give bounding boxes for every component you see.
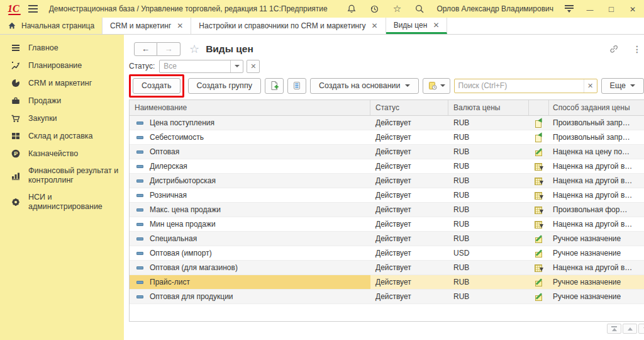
- tab-close-icon[interactable]: [433, 21, 439, 30]
- scroll-first-icon[interactable]: [607, 324, 621, 334]
- method-cell: Произвольная фор…: [549, 203, 644, 217]
- tab-crm-settings[interactable]: Настройки и справочники по CRM и маркети…: [191, 18, 386, 34]
- status-filter-label: Статус:: [129, 62, 155, 71]
- column-header-method[interactable]: Способ задания цены: [549, 100, 644, 115]
- price-type-name: Мин цена продажи: [150, 220, 216, 229]
- window-title: Демонстрационная база / Управление торго…: [49, 4, 328, 13]
- sidebar-item-label: Закупки: [28, 114, 57, 123]
- price-type-name: Оптовая: [150, 147, 179, 156]
- copy-new-button[interactable]: [265, 78, 284, 94]
- create-group-button[interactable]: Создать группу: [188, 78, 261, 94]
- table-row[interactable]: Оптовая для продукции Действует RUB Ручн…: [130, 290, 644, 304]
- method-cell: Наценка на цену по…: [549, 145, 644, 159]
- table-row[interactable]: Дистрибьюторская Действует RUB Наценка н…: [130, 174, 644, 188]
- shopping-cart-icon: [10, 113, 21, 123]
- notifications-bell-icon[interactable]: [346, 3, 357, 14]
- column-header-status[interactable]: Статус: [370, 100, 448, 115]
- method-icon-cell: [529, 232, 549, 246]
- sidebar-item-crm-marketing[interactable]: CRM и маркетинг: [0, 74, 124, 92]
- table-row[interactable]: Оптовая (для магазинов) Действует RUB На…: [130, 261, 644, 275]
- method-icon: [535, 148, 543, 156]
- sidebar-item-finance[interactable]: Финансовый результат и контроллинг: [0, 162, 124, 189]
- table-row[interactable]: Розничная Действует RUB Наценка на друго…: [130, 188, 644, 203]
- column-header-icon[interactable]: [529, 100, 549, 115]
- sidebar-item-main[interactable]: Главное: [0, 39, 124, 57]
- list-settings-button[interactable]: [287, 78, 306, 94]
- table-row[interactable]: Цена поступления Действует RUB Произволь…: [130, 116, 644, 130]
- create-based-on-button[interactable]: Создать на основании: [310, 78, 419, 94]
- price-type-name: Себестоимость: [150, 133, 204, 142]
- add-favorite-star-icon[interactable]: [189, 42, 199, 56]
- sidebar-item-administration[interactable]: НСИ и администрирование: [0, 189, 124, 215]
- history-clock-icon[interactable]: [369, 3, 380, 14]
- table-row[interactable]: Дилерская Действует RUB Наценка на друго…: [130, 159, 644, 174]
- sidebar-item-warehouse[interactable]: Склад и доставка: [0, 127, 124, 145]
- column-header-name[interactable]: Наименование: [130, 100, 370, 115]
- currency-cell: RUB: [448, 203, 529, 217]
- sidebar-item-sales[interactable]: Продажи: [0, 92, 124, 110]
- column-header-currency[interactable]: Валюта цены: [448, 100, 529, 115]
- search-icon[interactable]: [414, 3, 425, 14]
- method-icon-cell: [529, 246, 549, 260]
- table-row[interactable]: Оптовая Действует RUB Наценка на цену по…: [130, 145, 644, 159]
- table-row[interactable]: Прайс-лист Действует RUB Ручное назначен…: [130, 275, 644, 290]
- method-icon-cell: [529, 130, 549, 144]
- search-clear-icon[interactable]: [584, 79, 597, 93]
- favorites-star-icon[interactable]: [391, 3, 402, 14]
- tab-home[interactable]: Начальная страница: [0, 18, 103, 34]
- reports-button[interactable]: [423, 78, 450, 94]
- currency-cell: RUB: [448, 275, 529, 289]
- table-row[interactable]: Специальная Действует RUB Ручное назначе…: [130, 232, 644, 246]
- service-menu-icon[interactable]: [565, 5, 574, 13]
- method-icon: [535, 264, 543, 272]
- sidebar-item-purchases[interactable]: Закупки: [0, 110, 124, 127]
- method-cell: Произвольный запр…: [549, 116, 644, 130]
- status-filter-combobox[interactable]: Все: [159, 60, 243, 73]
- tab-close-icon[interactable]: [177, 21, 183, 30]
- chevron-down-icon: [405, 84, 410, 87]
- scroll-next-icon[interactable]: [638, 324, 644, 334]
- annotation-highlight: Создать: [129, 74, 184, 98]
- minimize-icon[interactable]: [585, 4, 595, 14]
- tab-price-types[interactable]: Виды цен: [386, 18, 448, 34]
- sidebar-item-treasury[interactable]: P Казначейство: [0, 145, 124, 162]
- close-icon[interactable]: [628, 4, 638, 14]
- method-icon: [535, 206, 543, 214]
- scroll-prev-icon[interactable]: [623, 324, 637, 334]
- sidebar-item-planning[interactable]: Планирование: [0, 57, 124, 74]
- list-toolbar: Создать Создать группу Создать на основа…: [124, 74, 644, 99]
- status-filter-clear-button[interactable]: [247, 60, 260, 73]
- chevron-down-icon[interactable]: [230, 60, 243, 72]
- name-cell: Оптовая (импорт): [130, 246, 370, 260]
- table-row[interactable]: Оптовая (импорт) Действует USD Ручное на…: [130, 246, 644, 261]
- name-cell: Прайс-лист: [130, 275, 370, 289]
- table-row[interactable]: Макс. цена продажи Действует RUB Произво…: [130, 203, 644, 217]
- maximize-icon[interactable]: [606, 4, 616, 14]
- more-button[interactable]: Еще: [601, 78, 644, 94]
- price-type-item-icon: [136, 295, 143, 298]
- tab-crm-marketing[interactable]: CRM и маркетинг: [103, 18, 191, 34]
- table-row[interactable]: Себестоимость Действует RUB Произвольный…: [130, 130, 644, 145]
- search-input[interactable]: [455, 79, 584, 93]
- get-link-icon[interactable]: [609, 43, 619, 54]
- method-icon-cell: [529, 116, 549, 130]
- currency-cell: RUB: [448, 159, 529, 173]
- price-type-item-icon: [136, 223, 143, 226]
- price-type-name: Специальная: [150, 234, 197, 243]
- price-types-pane: Виды цен Статус: Все: [124, 35, 644, 340]
- forward-button[interactable]: [157, 42, 180, 56]
- status-cell: Действует: [370, 275, 448, 289]
- more-menu-dots-icon[interactable]: [632, 44, 642, 54]
- current-user[interactable]: Орлов Александр Владимирович: [436, 4, 553, 13]
- history-nav: [134, 42, 180, 56]
- sidebar-item-label: Планирование: [28, 61, 82, 71]
- back-button[interactable]: [134, 42, 157, 56]
- table-row[interactable]: Мин цена продажи Действует RUB Наценка н…: [130, 217, 644, 232]
- table-header: Наименование Статус Валюта цены Способ з…: [130, 100, 644, 116]
- main-menu-icon[interactable]: [28, 5, 38, 13]
- create-button[interactable]: Создать: [133, 78, 180, 94]
- pie-chart-icon: [10, 78, 21, 88]
- sections-sidebar: Главное Планирование CRM и маркетинг Про…: [0, 35, 124, 340]
- tab-close-icon[interactable]: [372, 21, 378, 30]
- method-cell: Ручное назначение: [549, 290, 644, 303]
